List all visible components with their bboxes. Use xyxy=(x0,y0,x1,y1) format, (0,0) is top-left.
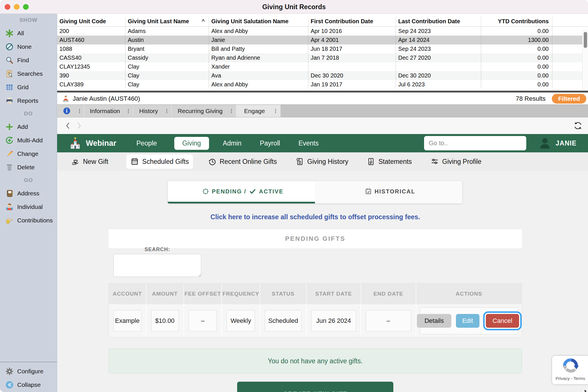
calendar-check-icon xyxy=(365,188,372,195)
gift-amount: $10.00 xyxy=(151,310,179,331)
sidebar-section-go: GO xyxy=(0,174,57,187)
sidebar-item-address[interactable]: Address xyxy=(0,187,57,200)
column-header-amount: AMOUNT xyxy=(146,284,184,304)
gift-row: Example $10.00 – Weekly Scheduled Jun 26… xyxy=(109,304,522,337)
sidebar-item-collapse[interactable]: Collapse xyxy=(0,378,57,391)
subnav-giving-profile[interactable]: Giving Profile xyxy=(430,152,481,171)
sidebar-item-all[interactable]: All xyxy=(0,26,57,40)
nav-item-people[interactable]: People xyxy=(135,137,158,150)
sidebar-item-none[interactable]: None xyxy=(0,40,57,53)
scrollbar-thumb[interactable] xyxy=(584,32,587,48)
printer-icon xyxy=(5,96,14,105)
nav-item-events[interactable]: Events xyxy=(297,137,320,150)
subnav-new-gift[interactable]: New Gift xyxy=(71,152,108,171)
web-navbar: Webinar People Giving Admin Payroll Even… xyxy=(57,134,588,152)
recaptcha-icon xyxy=(562,358,579,374)
column-header-last-name[interactable]: Giving Unit Last Name^ xyxy=(125,17,209,26)
kebab-menu-icon[interactable] xyxy=(77,108,82,115)
brand-name[interactable]: Webinar xyxy=(86,139,116,148)
window-title: Giving Unit Records xyxy=(0,0,588,14)
tab-engage[interactable]: Engage xyxy=(236,105,281,117)
kebab-menu-icon[interactable] xyxy=(164,108,170,115)
horizontal-scrollbar[interactable] xyxy=(57,91,588,92)
sidebar-item-searches[interactable]: Searches xyxy=(0,67,57,80)
subnav-recent-online-gifts[interactable]: Recent Online Gifts xyxy=(208,152,277,171)
recaptcha-badge[interactable]: Privacy - Terms xyxy=(552,356,588,384)
username[interactable]: JANIE xyxy=(556,139,577,147)
avatar[interactable] xyxy=(538,137,552,150)
plus-icon xyxy=(5,123,14,131)
goto-input[interactable] xyxy=(424,136,526,150)
sidebar-item-multi-add[interactable]: Multi-Add xyxy=(0,133,57,147)
sidebar-item-delete[interactable]: Delete xyxy=(0,160,57,174)
refresh-icon[interactable] xyxy=(573,121,583,131)
cancel-button[interactable]: Cancel xyxy=(486,314,519,328)
column-header-account: ACCOUNT xyxy=(109,284,146,304)
no-active-gifts-message: You do not have any active gifts. xyxy=(109,348,522,374)
edit-button[interactable]: Edit xyxy=(456,314,479,328)
hand-heart-icon xyxy=(71,157,80,166)
column-header-first-date[interactable]: First Contribution Date xyxy=(308,17,396,26)
tab-information[interactable]: Information xyxy=(84,105,133,117)
kebab-menu-icon[interactable] xyxy=(125,108,131,115)
sidebar-item-contributions[interactable]: Contributions xyxy=(0,214,57,227)
sidebar-item-grid[interactable]: Grid xyxy=(0,80,57,94)
subnav-scheduled-gifts[interactable]: Scheduled Gifts xyxy=(126,154,193,169)
sidebar-item-individual[interactable]: Individual xyxy=(0,200,57,214)
person-laptop-icon xyxy=(62,95,70,103)
column-header-code[interactable]: Giving Unit Code xyxy=(57,17,125,26)
sidebar-section-show: SHOW xyxy=(0,14,57,26)
sidebar-item-reports[interactable]: Reports xyxy=(0,94,57,107)
nav-item-giving[interactable]: Giving xyxy=(174,137,209,150)
sidebar-item-add[interactable]: Add xyxy=(0,120,57,133)
subnav-giving-history[interactable]: Giving History xyxy=(295,152,348,171)
none-icon xyxy=(5,42,14,51)
tab-info[interactable] xyxy=(57,105,84,117)
nav-item-payroll[interactable]: Payroll xyxy=(259,137,281,150)
table-row[interactable]: 200AdamsAlex and AbbyApr 10 2016Sep 24 2… xyxy=(57,27,588,36)
records-table: Giving Unit Code Giving Unit Last Name^ … xyxy=(57,17,588,92)
column-header-salutation[interactable]: Giving Unit Salutation Name xyxy=(209,17,308,26)
table-row[interactable]: CLAY12345ClayXander0.00 xyxy=(57,62,588,71)
search-input[interactable] xyxy=(113,254,201,277)
info-icon xyxy=(63,107,71,115)
table-row-selected[interactable]: AUST460AustinJanieApr 4 2001Apr 14 20241… xyxy=(57,36,588,44)
sort-caret-icon: ^ xyxy=(202,17,205,26)
search-label: SEARCH: xyxy=(113,247,201,253)
table-row[interactable]: CLAY389ClayAlex and AbbyJan 19 2017Jul 6… xyxy=(57,80,588,88)
gift-fee-offset: – xyxy=(189,310,217,331)
sidebar-item-change[interactable]: Change xyxy=(0,147,57,160)
kebab-menu-icon[interactable] xyxy=(229,108,234,115)
tab-history[interactable]: History xyxy=(133,105,172,117)
giving-subnav: New Gift Scheduled Gifts Recent Online G… xyxy=(57,152,588,171)
nav-item-admin[interactable]: Admin xyxy=(222,137,243,150)
records-header-row: Giving Unit Code Giving Unit Last Name^ … xyxy=(57,17,588,27)
fee-offset-link[interactable]: Click here to increase all scheduled gif… xyxy=(109,213,522,221)
kebab-menu-icon[interactable] xyxy=(273,108,278,115)
document-dollar-icon xyxy=(367,157,375,166)
tab-recurring-giving[interactable]: Recurring Giving xyxy=(172,105,236,117)
table-row[interactable]: CASS40CassidyRyan and AdrienneJan 7 2018… xyxy=(57,53,588,62)
calendar-icon xyxy=(130,157,139,166)
filtered-badge[interactable]: Filtered xyxy=(552,94,586,104)
table-row[interactable]: 390ClayAvaDec 30 2020Dec 30 20200.00 xyxy=(57,71,588,80)
web-nav-menu: People Giving Admin Payroll Events xyxy=(135,137,336,150)
forward-icon[interactable] xyxy=(75,122,83,130)
sidebar-footer: Configure Collapse xyxy=(0,362,57,392)
column-header-last-date[interactable]: Last Contribution Date xyxy=(396,17,481,26)
create-new-gift-button[interactable]: CREATE NEW GIFT xyxy=(237,382,393,392)
tab-pending-active[interactable]: PENDING / ACTIVE xyxy=(168,181,315,203)
column-header-ytd[interactable]: YTD Contributions xyxy=(481,17,552,26)
details-button[interactable]: Details xyxy=(417,314,451,328)
sidebar-item-configure[interactable]: Configure xyxy=(0,364,57,378)
person-icon xyxy=(5,203,14,211)
sidebar-item-find[interactable]: Find xyxy=(0,53,57,67)
recaptcha-label[interactable]: Privacy - Terms xyxy=(552,376,588,381)
trash-icon xyxy=(5,163,14,172)
tab-historical[interactable]: HISTORICAL xyxy=(315,181,462,203)
mouse-cursor-icon xyxy=(584,390,588,392)
vertical-scrollbar[interactable] xyxy=(582,30,588,91)
subnav-statements[interactable]: Statements xyxy=(367,152,412,171)
back-icon[interactable] xyxy=(64,122,72,130)
table-row[interactable]: 1088BryantBill and PattyJun 18 2017Sep 2… xyxy=(57,44,588,53)
